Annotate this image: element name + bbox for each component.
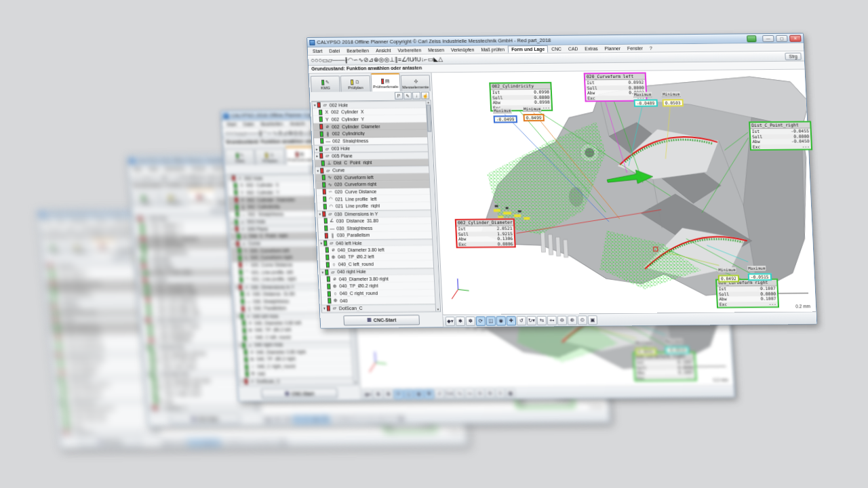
measurement-annotation[interactable]: Dist_C_Point_right Ist-0.0455 Soll0.0000…	[749, 121, 812, 151]
panel-tabs: ✎ KMG 🗋 Prüfplan	[309, 73, 432, 92]
view-tool-button[interactable]: ✚	[506, 316, 516, 325]
feature-type-icon: —	[328, 226, 336, 230]
tree-row-label: 040 left Hole	[336, 241, 362, 245]
app-icon	[309, 39, 315, 45]
gdt-symbol-icon[interactable]: —	[332, 56, 338, 63]
mini-toolbar-button[interactable]: ✎	[403, 92, 412, 100]
view-tool-button[interactable]: ⌖▾	[547, 315, 557, 325]
view-tool-button[interactable]: ⊙	[578, 315, 588, 325]
feature-type-icon: ◠	[327, 204, 336, 209]
menu-item[interactable]: Form und Lage	[508, 45, 549, 54]
menu-item[interactable]: ?	[646, 45, 656, 52]
measurement-annotation[interactable]: 020_Curveform right Ist0.1007 Soll0.0000…	[715, 279, 779, 308]
gdt-symbol-icon[interactable]: —	[338, 56, 344, 63]
minmax-chip[interactable]: Minimum 0.0499	[523, 100, 545, 121]
panel-tab[interactable]: ✣ Messelemente	[400, 75, 430, 91]
feature-type-icon: ⌀	[330, 277, 339, 282]
scroll-thumb[interactable]	[427, 104, 432, 131]
tree-row-label: 002_Straightness	[332, 138, 368, 143]
scroll-up-icon[interactable]: ▲	[426, 100, 430, 104]
mini-toolbar-button[interactable]: ↓	[412, 92, 421, 100]
menu-item[interactable]: Fenster	[624, 45, 647, 52]
tree-row-label: 040_TP_Ø0.2 right	[339, 283, 378, 288]
feature-type-icon: —	[323, 139, 332, 144]
view-tool-button[interactable]: ↻▾	[526, 316, 536, 325]
feature-type-icon: ∿	[326, 182, 334, 187]
feature-type-icon: ⌀	[323, 124, 332, 129]
tree-row-label: 040_Diameter 3.80 right	[339, 277, 389, 282]
tree-row-label: Curve	[332, 168, 344, 173]
menu-item[interactable]: Ansicht	[372, 47, 395, 54]
minmax-chip[interactable]: Maximum -0.0515	[747, 260, 772, 281]
tree-row-label: 003 Hole	[332, 146, 351, 151]
tree-row-label: 002_Cylinder_Y	[332, 117, 365, 121]
menu-item[interactable]: Messen	[425, 46, 448, 54]
feature-type-icon: ⊕	[329, 255, 338, 260]
tree-row-label: 040_Diameter 3.80 left	[338, 247, 384, 253]
tree-row-label: 005 Plane	[332, 153, 353, 158]
tab-status-led	[381, 79, 384, 84]
feature-type-icon: ◠	[326, 197, 335, 202]
strg-button[interactable]: Strg	[785, 52, 801, 60]
mini-toolbar-button[interactable]: P	[395, 92, 403, 100]
view-tool-button[interactable]: ⊕	[568, 315, 578, 325]
menu-item[interactable]: Maß prüfen	[477, 45, 508, 53]
view-tool-button[interactable]: ✱	[455, 316, 465, 325]
mini-toolbar-button[interactable]: ☝	[421, 92, 430, 99]
view-tool-button[interactable]: ▣	[588, 315, 598, 325]
cnc-start-button[interactable]: ▦ CNC-Start	[343, 314, 420, 325]
gdt-symbol-icon[interactable]: △	[438, 56, 443, 62]
panel-tab[interactable]: ▤ Prüfmerkmale	[370, 73, 401, 92]
menu-item[interactable]: Planner	[601, 45, 624, 52]
feature-type-icon: ▱	[330, 306, 339, 311]
close-button[interactable]: ✕	[789, 35, 801, 41]
menu-item[interactable]: Start	[309, 47, 326, 55]
tree-row-label: 040_TP_Ø0.2 left	[338, 255, 374, 260]
cnc-icon: ▦	[367, 317, 372, 323]
scroll-down-icon[interactable]: ▼	[436, 308, 440, 311]
view-tool-button[interactable]: ⟳	[475, 316, 486, 325]
view-tool-button[interactable]: ◉	[496, 316, 506, 325]
minmax-label: Maximum	[633, 92, 652, 98]
view-tool-button[interactable]: ⇆	[537, 315, 547, 325]
view-tool-button[interactable]: ✽	[465, 316, 475, 325]
minmax-chip[interactable]: Minimum 0.0492	[717, 261, 739, 282]
view-tool-button[interactable]: ◆▾	[445, 317, 455, 326]
view-tool-button[interactable]: ↺	[516, 316, 526, 325]
tab-icon: ▤	[385, 78, 390, 83]
tree-row-label: 030_Straightness	[336, 226, 372, 230]
view-tool-button[interactable]: ⊖	[557, 315, 568, 325]
tree-row-label: 002 Hole	[330, 102, 349, 107]
feature-type-icon: ▱	[323, 146, 332, 151]
minmax-chip[interactable]: Minimum 0.0503	[662, 85, 684, 106]
menu-item[interactable]: Bearbeiten	[343, 47, 372, 54]
menu-item[interactable]: Datei	[326, 47, 343, 55]
menu-item[interactable]: CAD	[565, 45, 582, 52]
tree-row-label: 002_Cylinder_Diameter	[332, 124, 380, 129]
calypso-window: CALYPSO 2018 Offline Planner Copyright ©…	[307, 33, 817, 329]
tree-row-label: 030_Dimensions in Y	[334, 211, 378, 217]
tree-row-label: 021_Line profile_right	[336, 203, 380, 209]
menu-item[interactable]: Verknüpfen	[448, 46, 478, 54]
zeiss-button[interactable]	[747, 35, 756, 42]
menu-item[interactable]: CNC	[548, 45, 565, 53]
tree-row-label: 020_Curveform right	[334, 182, 376, 187]
view-tool-button[interactable]: ◫	[486, 316, 496, 325]
minmax-label: Maximum	[493, 108, 512, 113]
panel-tab[interactable]: 🗋 Prüfplan	[340, 75, 370, 92]
measurement-annotation[interactable]: 002_Cylinder_Diameter Ist2.0521 Soll1.92…	[455, 218, 516, 248]
minmax-chip[interactable]: Maximum -0.0489	[633, 85, 658, 106]
minmax-label: Maximum	[747, 266, 766, 271]
maximize-button[interactable]: ▢	[776, 35, 787, 41]
menu-item[interactable]: Extras	[581, 45, 601, 52]
minmax-chip[interactable]: Maximum -0.0499	[493, 102, 517, 123]
panel-tab[interactable]: ✎ KMG	[311, 76, 340, 92]
cad-viewport[interactable]: 002_Cylindricity Ist0.0998 Soll0.0800 Ab…	[432, 70, 817, 327]
feature-type-icon: ∠	[328, 218, 336, 224]
tree-row-label: 040 right Hole	[337, 270, 366, 274]
feature-type-icon: ∽	[326, 189, 335, 195]
minimize-button[interactable]: —	[762, 35, 774, 41]
tree-row[interactable]: ▾ ▱ DotScan_C	[322, 304, 435, 312]
feature-type-icon: ⊥	[325, 160, 334, 165]
menu-item[interactable]: Vorbereiten	[394, 46, 425, 54]
